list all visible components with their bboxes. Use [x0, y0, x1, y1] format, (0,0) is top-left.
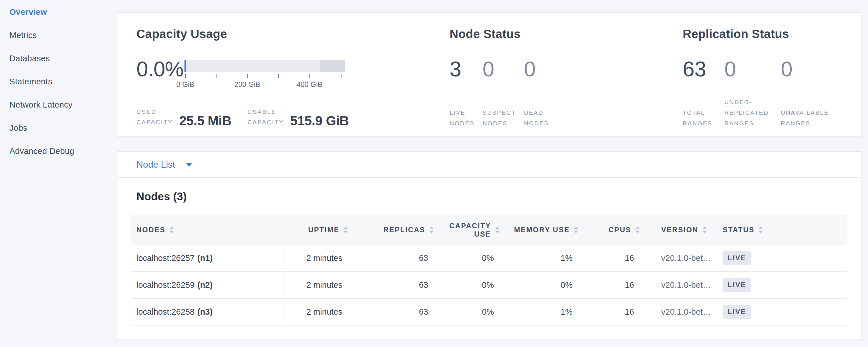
sort-icon [169, 227, 174, 233]
capacity-bar-other-segment [320, 60, 345, 72]
replicas-cell: 63 [348, 307, 434, 317]
node-id: (n2) [197, 280, 213, 290]
under-replicated-ranges-label: UNDER- REPLICATED RANGES [724, 97, 769, 128]
dead-nodes-label: DEAD NODES [524, 107, 549, 128]
usable-capacity-label: USABLE CAPACITY [247, 107, 284, 128]
replication-status-title: Replication Status [683, 27, 861, 41]
status-badge: LIVE [723, 251, 751, 265]
total-ranges-label: TOTAL RANGES [683, 107, 712, 128]
main-content: Capacity Usage 0.0% 0 GiB 200 GiB 400 Gi… [117, 0, 861, 339]
sort-icon [703, 227, 707, 233]
tick-label-400gib: 400 GiB [297, 81, 322, 89]
total-ranges-stat: 63 TOTAL RANGES [683, 60, 712, 128]
sort-icon [343, 227, 348, 233]
memory-use-cell: 0% [500, 280, 578, 290]
uptime-cell: 2 minutes [285, 280, 348, 290]
uptime-cell: 2 minutes [285, 253, 348, 263]
unavailable-ranges-value: 0 [781, 60, 829, 78]
status-badge: LIVE [723, 305, 751, 319]
nodes-table: NODES UPTIME REPLICAS CAPACITY USE MEMOR… [131, 215, 847, 325]
sort-icon [429, 227, 434, 233]
nodes-table-title: Nodes (3) [136, 191, 847, 203]
sidebar-item-advanced-debug[interactable]: Advanced Debug [0, 139, 117, 163]
used-capacity-label: USED CAPACITY [136, 107, 173, 128]
column-header-cpus[interactable]: CPUS [578, 215, 640, 245]
capacity-axis-labels: 0 GiB 200 GiB 400 GiB [184, 81, 345, 89]
cluster-summary-card: Capacity Usage 0.0% 0 GiB 200 GiB 400 Gi… [117, 12, 861, 136]
node-id: (n1) [197, 253, 213, 263]
suspect-nodes-stat: 0 SUSPECT NODES [483, 60, 516, 128]
sort-icon [574, 227, 578, 233]
sidebar-item-overview[interactable]: Overview [0, 1, 117, 24]
capacity-bar: 0 GiB 200 GiB 400 GiB [184, 60, 345, 89]
column-header-status[interactable]: STATUS [714, 215, 847, 245]
tick-label-0gib: 0 GiB [177, 81, 194, 89]
uptime-cell: 2 minutes [285, 307, 348, 317]
tick-label-200gib: 200 GiB [235, 81, 260, 89]
sidebar-item-jobs[interactable]: Jobs [0, 117, 117, 139]
table-row-node-2[interactable]: localhost:26259(n2) 2 minutes 63 0% 0% 1… [131, 272, 847, 298]
column-header-memory-use[interactable]: MEMORY USE [500, 215, 578, 245]
node-list-dropdown-label: Node List [136, 159, 175, 170]
nodes-section: Nodes (3) NODES UPTIME REPLICAS CAPACITY… [117, 178, 861, 325]
node-status-title: Node Status [450, 27, 683, 41]
cpus-cell: 16 [578, 280, 640, 290]
memory-use-cell: 1% [500, 253, 578, 263]
usable-capacity-value: 515.9 GiB [290, 113, 349, 128]
sort-icon [495, 227, 500, 233]
capacity-use-cell: 0% [434, 307, 500, 317]
node-id: (n3) [197, 307, 213, 317]
version-cell: v20.1.0-bet… [640, 280, 714, 290]
sidebar-item-statements[interactable]: Statements [0, 70, 117, 93]
column-header-nodes[interactable]: NODES [131, 215, 285, 245]
node-address-cell: localhost:26259(n2) [131, 272, 285, 298]
sidebar-item-databases[interactable]: Databases [0, 47, 117, 70]
under-replicated-ranges-value: 0 [724, 60, 769, 78]
live-nodes-stat: 3 LIVE NODES [450, 60, 474, 128]
version-cell: v20.1.0-bet… [640, 253, 714, 263]
sidebar: Overview Metrics Databases Statements Ne… [0, 0, 117, 163]
replicas-cell: 63 [348, 253, 434, 263]
status-cell: LIVE [714, 305, 847, 319]
column-header-version[interactable]: VERSION [640, 215, 714, 245]
column-header-uptime[interactable]: UPTIME [285, 215, 348, 245]
node-list-dropdown[interactable]: Node List [117, 152, 861, 178]
live-nodes-value: 3 [450, 60, 474, 78]
node-status-section: Node Status 3 LIVE NODES 0 SUSPECT NODES… [450, 27, 683, 136]
nodes-card: Node List Nodes (3) NODES UPTIME REPLICA… [117, 151, 861, 339]
chevron-down-icon [186, 163, 192, 167]
used-capacity-metric: USED CAPACITY 25.5 MiB [136, 107, 231, 128]
sort-icon [758, 227, 763, 233]
table-row-node-3[interactable]: localhost:26258(n3) 2 minutes 63 0% 1% 1… [131, 298, 847, 325]
sidebar-item-network-latency[interactable]: Network Latency [0, 93, 117, 117]
total-ranges-value: 63 [683, 60, 712, 78]
column-header-replicas[interactable]: REPLICAS [348, 215, 434, 245]
table-row-node-1[interactable]: localhost:26257(n1) 2 minutes 63 0% 1% 1… [131, 245, 847, 272]
capacity-bar-track [184, 60, 345, 72]
sort-icon [635, 227, 640, 233]
dead-nodes-stat: 0 DEAD NODES [524, 60, 549, 128]
capacity-use-cell: 0% [434, 253, 500, 263]
replication-status-section: Replication Status 63 TOTAL RANGES 0 UND… [683, 27, 861, 136]
suspect-nodes-value: 0 [483, 60, 516, 78]
usable-capacity-metric: USABLE CAPACITY 515.9 GiB [247, 107, 349, 128]
capacity-usage-title: Capacity Usage [136, 27, 450, 41]
used-capacity-value: 25.5 MiB [179, 113, 231, 128]
node-address-cell: localhost:26257(n1) [131, 245, 285, 271]
column-header-capacity-use[interactable]: CAPACITY USE [434, 215, 500, 245]
sidebar-item-metrics[interactable]: Metrics [0, 24, 117, 47]
status-badge: LIVE [723, 278, 751, 292]
unavailable-ranges-label: UNAVAILABLE RANGES [781, 107, 829, 128]
cpus-cell: 16 [578, 253, 640, 263]
under-replicated-ranges-stat: 0 UNDER- REPLICATED RANGES [724, 60, 769, 128]
node-address-cell: localhost:26258(n3) [131, 298, 285, 325]
capacity-bar-used-marker [184, 60, 186, 72]
unavailable-ranges-stat: 0 UNAVAILABLE RANGES [781, 60, 829, 128]
memory-use-cell: 1% [500, 307, 578, 317]
capacity-usage-section: Capacity Usage 0.0% 0 GiB 200 GiB 400 Gi… [136, 27, 450, 136]
live-nodes-label: LIVE NODES [450, 107, 474, 128]
dead-nodes-value: 0 [524, 60, 549, 78]
cpus-cell: 16 [578, 307, 640, 317]
capacity-use-cell: 0% [434, 280, 500, 290]
capacity-axis-ticks [184, 72, 345, 79]
